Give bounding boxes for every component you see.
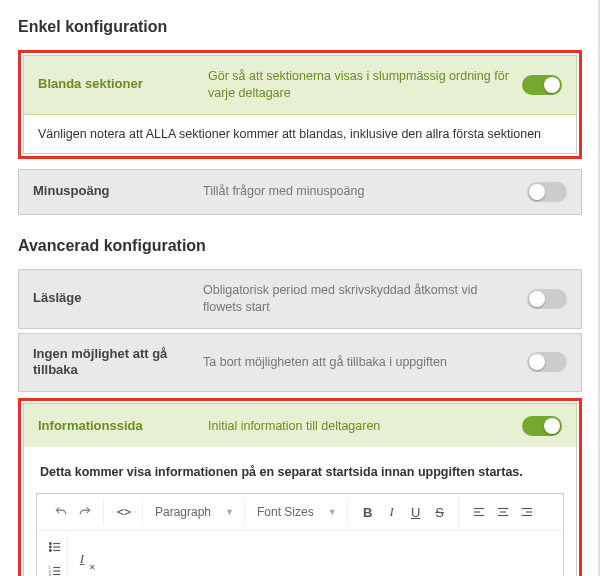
simple-config-title: Enkel konfiguration — [18, 18, 582, 36]
highlight-shuffle: Blanda sektioner Gör så att sektionerna … — [18, 50, 582, 159]
undo-icon[interactable] — [49, 500, 73, 524]
paragraph-select[interactable]: Paragraph ▼ — [151, 505, 238, 519]
source-code-icon[interactable]: <> — [112, 500, 136, 524]
noback-desc: Ta bort möjligheten att gå tillbaka i up… — [203, 354, 517, 371]
shuffle-desc: Gör så att sektionerna visas i slumpmäss… — [208, 68, 512, 102]
align-center-icon[interactable] — [491, 500, 515, 524]
advanced-config-title: Avancerad konfiguration — [18, 237, 582, 255]
highlight-infopage: Informationssida Initial information til… — [18, 398, 582, 576]
numbered-list-icon[interactable]: 123 — [43, 559, 67, 576]
bullet-list-icon[interactable] — [43, 535, 67, 559]
chevron-down-icon: ▼ — [225, 507, 234, 517]
svg-point-11 — [49, 550, 51, 552]
setting-negative-points: Minuspoäng Tillåt frågor med minuspoäng — [18, 169, 582, 215]
fontsize-select[interactable]: Font Sizes ▼ — [253, 505, 341, 519]
shuffle-label: Blanda sektioner — [38, 76, 198, 93]
readmode-label: Läsläge — [33, 290, 193, 307]
infopage-toggle[interactable] — [522, 416, 562, 436]
infopage-panel: Detta kommer visa informationen på en se… — [23, 447, 577, 576]
italic-icon[interactable]: I — [380, 500, 404, 524]
rich-text-editor: <> Paragraph ▼ Font Sizes ▼ B I — [36, 493, 564, 576]
setting-shuffle-sections: Blanda sektioner Gör så att sektionerna … — [23, 55, 577, 115]
align-left-icon[interactable] — [467, 500, 491, 524]
setting-no-back: Ingen möjlighet att gå tillbaka Ta bort … — [18, 333, 582, 393]
readmode-desc: Obligatorisk period med skrivskyddad åtk… — [203, 282, 517, 316]
shuffle-toggle[interactable] — [522, 75, 562, 95]
setting-read-mode: Läsläge Obligatorisk period med skrivsky… — [18, 269, 582, 329]
negative-label: Minuspoäng — [33, 183, 193, 200]
noback-toggle[interactable] — [527, 352, 567, 372]
svg-point-9 — [49, 543, 51, 545]
noback-label: Ingen möjlighet att gå tillbaka — [33, 346, 193, 380]
bold-icon[interactable]: B — [356, 500, 380, 524]
svg-point-10 — [49, 546, 51, 548]
infopage-desc: Initial information till deltagaren — [208, 418, 512, 435]
readmode-toggle[interactable] — [527, 289, 567, 309]
strikethrough-icon[interactable]: S — [428, 500, 452, 524]
paragraph-select-label: Paragraph — [155, 505, 211, 519]
redo-icon[interactable] — [73, 500, 97, 524]
infopage-note: Detta kommer visa informationen på en se… — [36, 459, 564, 493]
clear-formatting-icon[interactable]: I✕ — [70, 547, 94, 571]
negative-desc: Tillåt frågor med minuspoäng — [203, 183, 517, 200]
negative-toggle[interactable] — [527, 182, 567, 202]
editor-toolbar-row2: 123 I✕ — [37, 531, 563, 576]
align-right-icon[interactable] — [515, 500, 539, 524]
editor-toolbar: <> Paragraph ▼ Font Sizes ▼ B I — [37, 494, 563, 531]
setting-info-page: Informationssida Initial information til… — [23, 403, 577, 449]
chevron-down-icon: ▼ — [328, 507, 337, 517]
infopage-label: Informationssida — [38, 418, 198, 435]
shuffle-note: Vänligen notera att ALLA sektioner komme… — [23, 115, 577, 154]
fontsize-select-label: Font Sizes — [257, 505, 314, 519]
underline-icon[interactable]: U — [404, 500, 428, 524]
